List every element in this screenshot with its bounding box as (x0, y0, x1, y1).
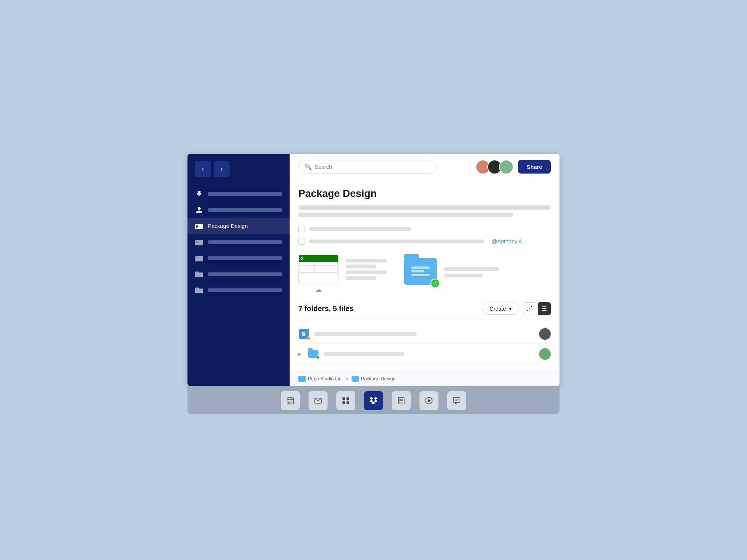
breadcrumb-item-root[interactable]: Pepo Studio Inc. (298, 376, 342, 382)
sidebar-item-bar (208, 240, 282, 244)
svg-marker-28 (374, 397, 378, 400)
excel-cell (330, 269, 337, 272)
folder-preview-wrap[interactable]: ✓ (404, 258, 437, 285)
search-box[interactable]: 🔍 (298, 160, 437, 174)
file-row-icon-doc (298, 328, 310, 340)
expand-icon[interactable]: ▶ (298, 351, 302, 357)
create-label: Create (489, 306, 506, 312)
breadcrumb-item-current[interactable]: Package Design (352, 376, 396, 382)
folder-line-3 (411, 274, 430, 276)
svg-rect-2 (196, 225, 198, 226)
taskbar-calendar-button[interactable]: 12 (281, 391, 300, 410)
svg-rect-6 (196, 241, 198, 242)
files-count: 7 folders, 5 files (298, 304, 353, 313)
taskbar-grid-button[interactable] (336, 391, 355, 410)
sidebar-item-bar (208, 272, 282, 276)
excel-cell (322, 266, 330, 269)
sidebar-item-folder1[interactable] (187, 266, 290, 282)
taskbar-notes-button[interactable] (392, 391, 411, 410)
taskbar-chat-button[interactable] (447, 391, 466, 410)
folder-line-2 (411, 270, 424, 272)
checklist-bar-2 (309, 240, 484, 243)
svg-rect-1 (195, 224, 198, 225)
taskbar-mail-button[interactable] (309, 391, 328, 410)
file-bar-right-2 (444, 274, 483, 277)
checklist-item-2: @Anthony A (298, 235, 551, 248)
excel-cell (330, 266, 337, 269)
svg-rect-18 (288, 401, 289, 401)
excel-cell (307, 266, 314, 269)
checklist-item-1 (298, 223, 551, 235)
sidebar-item-folder2[interactable] (187, 282, 290, 298)
sidebar-item-label: Package Design (208, 223, 248, 229)
skeleton-bars-top (298, 205, 551, 217)
grid-view-button[interactable]: ⋰ (523, 302, 536, 315)
file-preview-excel[interactable]: X (298, 255, 338, 293)
taskbar-play-button[interactable] (419, 391, 438, 410)
svg-rect-4 (196, 227, 198, 228)
breadcrumb-folder-icon (352, 376, 359, 382)
breadcrumb: Pepo Studio Inc. > Package Design (290, 371, 560, 386)
cloud-sync-icon: ☁ (315, 285, 322, 293)
file-bars-preview[interactable] (346, 255, 397, 284)
forward-button[interactable]: › (214, 161, 230, 177)
svg-rect-10 (302, 332, 305, 336)
sidebar-item-stats1[interactable] (187, 234, 290, 250)
excel-cell (299, 269, 307, 272)
sidebar-item-bar (208, 192, 282, 196)
excel-cell (315, 262, 322, 265)
folder-line-1 (411, 267, 430, 269)
sidebar-nav-buttons: ‹ › (187, 154, 290, 183)
excel-thumbnail: X (298, 255, 338, 284)
share-button[interactable]: Share (518, 160, 551, 174)
excel-cell (322, 262, 330, 265)
sidebar-item-stats2[interactable] (187, 250, 290, 266)
file-list: ▶ (298, 324, 551, 364)
taskbar: 12 (187, 386, 560, 414)
file-bars-right (444, 258, 499, 287)
breadcrumb-separator: > (345, 376, 348, 382)
excel-grid (299, 262, 338, 273)
taskbar-dropbox-button[interactable] (364, 391, 383, 410)
list-view-button[interactable]: ☰ (538, 302, 551, 315)
file-user-avatar-1 (539, 328, 551, 340)
avatar-user3 (499, 160, 514, 174)
files-header: 7 folders, 5 files Create ▼ ⋰ ☰ (298, 302, 551, 320)
svg-marker-27 (369, 397, 373, 400)
skeleton-bar-1 (298, 205, 551, 210)
file-row-doc[interactable] (298, 324, 551, 344)
mention-tag: @Anthony A (492, 238, 522, 244)
sidebar-item-dropbox[interactable] (187, 186, 290, 202)
checkbox-2[interactable] (298, 238, 305, 245)
main-window: ‹ › (187, 154, 560, 386)
checklist-bar-1 (309, 227, 411, 231)
file-user-avatar-2 (539, 348, 551, 360)
file-row-icon-folder (307, 348, 319, 360)
svg-rect-25 (342, 401, 345, 404)
svg-rect-38 (453, 397, 460, 402)
folder-small-file-icon (308, 350, 318, 358)
excel-cell (299, 262, 307, 265)
svg-rect-24 (347, 397, 349, 400)
dropbox-icon (195, 190, 204, 198)
excel-cell (322, 269, 330, 272)
back-button[interactable]: ‹ (195, 161, 211, 177)
sidebar-item-package-design[interactable]: Package Design (187, 218, 290, 234)
create-button[interactable]: Create ▼ (483, 303, 519, 315)
skeleton-bar-2 (298, 213, 513, 217)
excel-cell (330, 262, 337, 265)
header-right: Share (476, 160, 551, 174)
sidebar-item-profile[interactable] (187, 202, 290, 218)
view-toggle: ⋰ ☰ (523, 302, 551, 315)
person-icon (195, 206, 204, 214)
svg-rect-26 (347, 401, 349, 404)
search-input[interactable] (315, 164, 431, 170)
checkbox-1[interactable] (298, 226, 305, 232)
svg-rect-23 (342, 397, 345, 400)
sidebar-item-bar (208, 256, 282, 260)
check-badge: ✓ (430, 279, 440, 288)
file-row-folder[interactable]: ▶ (298, 345, 551, 364)
excel-cell (299, 266, 307, 269)
folder-stats-icon-2 (195, 238, 204, 246)
folder-icon-1 (195, 270, 204, 279)
